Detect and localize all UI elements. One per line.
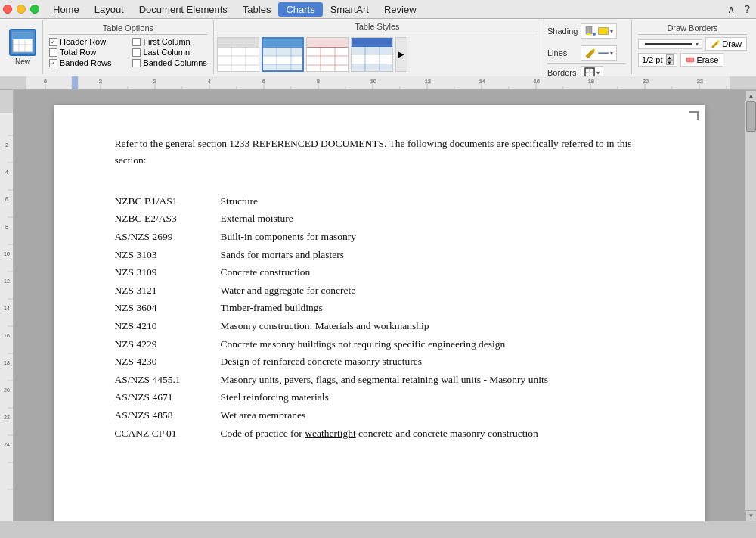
table-options-checkboxes: Header Row First Column Total Row Last C… xyxy=(49,37,207,67)
ref-code: NZS 4210 xyxy=(115,317,221,335)
shading-label: Shading xyxy=(547,26,578,36)
stepper-up[interactable]: ▲ xyxy=(666,54,674,60)
table-row: NZS 3604Timber-framed buildings xyxy=(115,299,644,317)
table-row: NZBC E2/AS3External moisture xyxy=(115,210,644,228)
stepper-down[interactable]: ▼ xyxy=(666,60,674,65)
scroll-up-button[interactable]: ▲ xyxy=(745,90,756,101)
ref-description: Concrete masonry buildings not requiring… xyxy=(221,335,644,353)
ref-description: Timber-framed buildings xyxy=(221,299,644,317)
svg-rect-16 xyxy=(263,48,304,56)
shading-dropdown-arrow[interactable]: ▾ xyxy=(610,28,613,35)
svg-rect-32 xyxy=(352,47,393,55)
table-row: CCANZ CP 01Code of practice for weathert… xyxy=(115,424,644,443)
gallery-scroll-arrow[interactable]: ▶ xyxy=(395,37,407,72)
menu-tables[interactable]: Tables xyxy=(235,2,279,17)
checkbox-first-column[interactable]: First Column xyxy=(132,37,206,46)
menu-document-elements[interactable]: Document Elements xyxy=(132,2,235,17)
lines-dropdown-arrow[interactable]: ▾ xyxy=(610,50,613,57)
ref-description: Masonry construction: Materials and work… xyxy=(221,317,644,335)
line-weight-stepper[interactable]: ▲ ▼ xyxy=(666,54,674,65)
ref-code: AS/NZS 4858 xyxy=(115,406,221,424)
checkbox-total-row[interactable]: Total Row xyxy=(49,48,123,57)
svg-rect-6 xyxy=(19,33,25,39)
ref-description: Design of reinforced concrete masonry st… xyxy=(221,353,644,371)
svg-text:18: 18 xyxy=(588,79,594,84)
checkbox-header-row-box[interactable] xyxy=(49,38,57,46)
table-row: NZS 4229Concrete masonry buildings not r… xyxy=(115,335,644,353)
svg-text:4: 4 xyxy=(208,79,211,84)
help-button[interactable]: ? xyxy=(741,3,753,15)
ref-description: Concrete construction xyxy=(221,263,644,281)
menu-home[interactable]: Home xyxy=(45,2,87,17)
new-button[interactable]: New xyxy=(3,20,43,74)
svg-rect-34 xyxy=(352,64,393,72)
border-line-selector[interactable]: ▾ xyxy=(638,39,702,49)
table-options-section: Table Options Header Row First Column To… xyxy=(43,20,214,74)
close-button[interactable] xyxy=(3,5,12,14)
menu-smartart[interactable]: SmartArt xyxy=(323,2,376,17)
ref-description: Steel reinforcing materials xyxy=(221,388,644,406)
table-row: NZS 4210Masonry construction: Materials … xyxy=(115,317,644,335)
svg-rect-30 xyxy=(307,38,349,47)
lines-button[interactable]: ▾ xyxy=(581,45,617,61)
table-row: NZS 3103Sands for mortars and plasters xyxy=(115,246,644,264)
table-row: NZBC B1/AS1Structure xyxy=(115,192,644,210)
menu-charts[interactable]: Charts xyxy=(278,2,322,17)
table-style-2[interactable] xyxy=(262,37,304,72)
references-table: NZBC B1/AS1StructureNZBC E2/AS3External … xyxy=(115,192,644,442)
ref-code: AS/NZS 4455.1 xyxy=(115,371,221,389)
scroll-thumb[interactable] xyxy=(746,101,756,132)
draw-borders-row-2: 1/2 pt ▲ ▼ Erase xyxy=(638,53,747,67)
checkbox-total-row-box[interactable] xyxy=(49,48,57,57)
svg-rect-17 xyxy=(263,56,304,64)
scroll-track[interactable] xyxy=(745,101,756,510)
checkbox-banded-columns[interactable]: Banded Columns xyxy=(132,58,206,67)
border-line-dropdown-arrow[interactable]: ▾ xyxy=(696,41,699,48)
menu-review[interactable]: Review xyxy=(376,2,424,17)
svg-text:16: 16 xyxy=(4,333,10,338)
window-controls xyxy=(3,5,39,14)
table-row: AS/NZS 2699Built-in components for mason… xyxy=(115,228,644,246)
svg-rect-38 xyxy=(587,33,591,35)
line-preview xyxy=(645,43,692,45)
table-style-4[interactable] xyxy=(351,37,393,72)
draw-button[interactable]: Draw xyxy=(705,37,747,51)
checkbox-last-column-box[interactable] xyxy=(132,48,141,57)
table-style-1[interactable] xyxy=(217,37,259,72)
checkbox-banded-columns-box[interactable] xyxy=(132,59,141,67)
ref-description: Masonry units, pavers, flags, and segmen… xyxy=(221,371,644,389)
table-row: NZS 3121Water and aggregate for concrete xyxy=(115,281,644,300)
shading-color-swatch xyxy=(598,27,609,35)
ref-code: NZS 3604 xyxy=(115,299,221,317)
minimize-button[interactable] xyxy=(17,5,26,14)
scroll-down-button[interactable]: ▼ xyxy=(745,510,756,521)
checkbox-banded-rows[interactable]: Banded Rows xyxy=(49,58,123,67)
svg-text:24: 24 xyxy=(4,442,10,447)
draw-borders-content: ▾ Draw 1/2 pt xyxy=(638,37,747,67)
svg-text:2: 2 xyxy=(99,79,102,84)
svg-text:12: 12 xyxy=(4,278,10,284)
shading-section: Shading ▾ Lines xyxy=(541,20,632,74)
horizontal-ruler: // drawn statically 6 2 2 4 6 8 10 12 14… xyxy=(0,76,756,90)
document-area[interactable]: Refer to the general section 1233 REFERE… xyxy=(14,90,745,521)
draw-borders-section: Draw Borders ▾ Draw xyxy=(632,20,753,74)
checkbox-last-column[interactable]: Last Column xyxy=(132,48,206,57)
checkbox-first-column-box[interactable] xyxy=(132,38,141,46)
collapse-button[interactable]: ∧ xyxy=(724,3,738,15)
borders-dropdown-arrow[interactable]: ▾ xyxy=(596,70,600,76)
erase-button[interactable]: Erase xyxy=(680,53,724,67)
menu-layout[interactable]: Layout xyxy=(87,2,132,17)
ref-description: Sands for mortars and plasters xyxy=(221,246,644,264)
eraser-icon xyxy=(686,55,695,64)
lines-label: Lines xyxy=(547,48,578,58)
maximize-button[interactable] xyxy=(30,5,39,14)
svg-point-39 xyxy=(593,33,596,36)
pt-selector[interactable]: 1/2 pt ▲ ▼ xyxy=(638,53,677,67)
ref-code: AS/NZS 4671 xyxy=(115,388,221,406)
ref-description: Built-in components for masonry xyxy=(221,228,644,246)
checkbox-header-row[interactable]: Header Row xyxy=(49,37,123,46)
shading-button[interactable]: ▾ xyxy=(581,23,617,39)
erase-label: Erase xyxy=(697,55,719,64)
checkbox-banded-rows-box[interactable] xyxy=(49,59,57,67)
table-style-3[interactable] xyxy=(306,37,349,72)
